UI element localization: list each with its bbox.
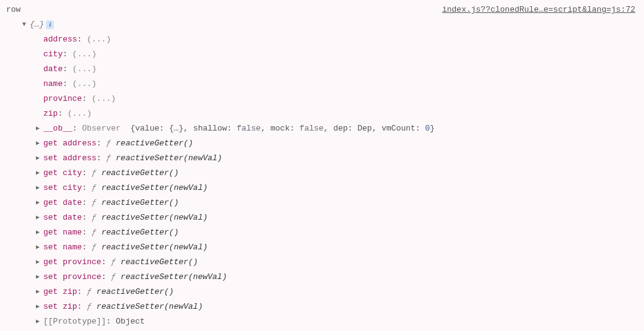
accessor-kind: get address [43,136,97,151]
property-row[interactable]: city: (...) [6,47,638,62]
expand-toggle-collapsed[interactable]: ▶ [36,121,43,136]
property-row[interactable]: name: (...) [6,77,638,92]
property-value[interactable]: (...) [72,47,97,62]
expand-toggle-collapsed[interactable]: ▶ [36,299,43,314]
function-name: reactiveGetter [121,255,188,270]
expand-toggle-expanded[interactable]: ▼ [22,17,30,32]
set-accessor-row[interactable]: ▶set zip: ƒ reactiveSetter(newVal) [6,299,638,314]
function-symbol: ƒ [111,255,121,270]
function-name: reactiveSetter [116,151,183,166]
property-value[interactable]: (...) [72,62,97,77]
property-value[interactable]: (...) [92,92,116,106]
log-label: row [6,2,20,17]
property-row[interactable]: province: (...) [6,92,638,106]
function-args: (newVal) [169,181,207,196]
function-name: reactiveSetter [102,210,169,225]
accessor-kind: set name [43,240,82,255]
get-accessor-row[interactable]: ▶get date: ƒ reactiveGetter() [6,196,638,210]
prototype-label: [[Prototype]] [43,314,106,329]
function-name: reactiveGetter [102,166,169,181]
function-args: () [169,225,179,240]
function-args: () [164,285,174,299]
accessor-kind: set zip [43,299,77,314]
function-args: (newVal) [183,151,222,166]
property-row[interactable]: zip: (...) [6,106,638,121]
ob-type: Observer [82,121,120,136]
get-accessor-row[interactable]: ▶get province: ƒ reactiveGetter() [6,255,638,270]
property-value[interactable]: (...) [72,77,97,92]
expand-toggle-collapsed[interactable]: ▶ [36,314,43,329]
function-args: (newVal) [188,270,227,285]
function-symbol: ƒ [92,210,102,225]
prototype-row[interactable]: ▶ [[Prototype]]: Object [6,314,638,329]
function-name: reactiveSetter [121,270,188,285]
function-symbol: ƒ [92,181,102,196]
set-accessor-row[interactable]: ▶set province: ƒ reactiveSetter(newVal) [6,270,638,285]
function-symbol: ƒ [106,136,116,151]
source-link[interactable]: index.js??clonedRule…e=script&lang=js:72 [442,2,638,17]
expand-toggle-collapsed[interactable]: ▶ [36,166,43,181]
expand-toggle-collapsed[interactable]: ▶ [36,255,43,270]
property-row[interactable]: address: (...) [6,32,638,47]
expand-toggle-collapsed[interactable]: ▶ [36,240,43,255]
function-args: () [169,196,179,210]
accessor-kind: get city [43,166,82,181]
set-accessor-row[interactable]: ▶set city: ƒ reactiveSetter(newVal) [6,181,638,196]
property-value[interactable]: (...) [87,32,111,47]
info-badge[interactable]: i [46,20,54,29]
accessor-kind: set address [43,151,97,166]
accessor-kind: set date [43,210,82,225]
expand-toggle-collapsed[interactable]: ▶ [36,181,43,196]
function-name: reactiveSetter [102,181,169,196]
expand-toggle-collapsed[interactable]: ▶ [36,225,43,240]
get-accessor-row[interactable]: ▶get zip: ƒ reactiveGetter() [6,285,638,299]
property-value[interactable]: (...) [67,106,92,121]
object-preview-braces: {…} [30,17,44,32]
function-symbol: ƒ [106,151,116,166]
function-args: () [188,255,198,270]
set-accessor-row[interactable]: ▶set address: ƒ reactiveSetter(newVal) [6,151,638,166]
expand-toggle-collapsed[interactable]: ▶ [36,285,43,299]
function-symbol: ƒ [92,225,102,240]
function-name: reactiveGetter [102,225,169,240]
ob-property-row[interactable]: ▶ __ob__: Observer {value: {…}, shallow:… [6,121,638,136]
function-symbol: ƒ [87,285,97,299]
function-symbol: ƒ [87,299,97,314]
property-name[interactable]: province [43,92,82,106]
accessor-kind: get province [43,255,102,270]
get-accessor-row[interactable]: ▶get name: ƒ reactiveGetter() [6,225,638,240]
accessor-kind: get name [43,225,82,240]
set-accessor-row[interactable]: ▶set name: ƒ reactiveSetter(newVal) [6,240,638,255]
accessor-kind: get zip [43,285,77,299]
function-symbol: ƒ [111,270,121,285]
expand-toggle-collapsed[interactable]: ▶ [36,196,43,210]
accessor-kind: get date [43,196,82,210]
ob-key: __ob__ [43,121,72,136]
function-name: reactiveSetter [102,240,169,255]
property-name[interactable]: city [43,47,63,62]
property-name[interactable]: name [43,77,63,92]
ob-preview: {value: {…}, shallow: false, mock: false… [130,121,435,136]
set-accessor-row[interactable]: ▶set date: ƒ reactiveSetter(newVal) [6,210,638,225]
function-args: (newVal) [169,210,207,225]
expand-toggle-collapsed[interactable]: ▶ [36,270,43,285]
expand-toggle-collapsed[interactable]: ▶ [36,151,43,166]
function-symbol: ƒ [92,166,102,181]
function-symbol: ƒ [92,196,102,210]
property-name[interactable]: zip [43,106,58,121]
function-symbol: ƒ [92,240,102,255]
function-args: (newVal) [164,299,202,314]
function-name: reactiveSetter [97,299,164,314]
property-name[interactable]: date [43,62,63,77]
property-row[interactable]: date: (...) [6,62,638,77]
expand-toggle-collapsed[interactable]: ▶ [36,136,43,151]
get-accessor-row[interactable]: ▶get city: ƒ reactiveGetter() [6,166,638,181]
function-name: reactiveGetter [97,285,164,299]
get-accessor-row[interactable]: ▶get address: ƒ reactiveGetter() [6,136,638,151]
expand-toggle-collapsed[interactable]: ▶ [36,210,43,225]
object-summary-row[interactable]: ▼ {…} i [6,17,638,32]
accessor-kind: set city [43,181,82,196]
property-name[interactable]: address [43,32,77,47]
function-args: () [183,136,193,151]
function-args: () [169,166,179,181]
